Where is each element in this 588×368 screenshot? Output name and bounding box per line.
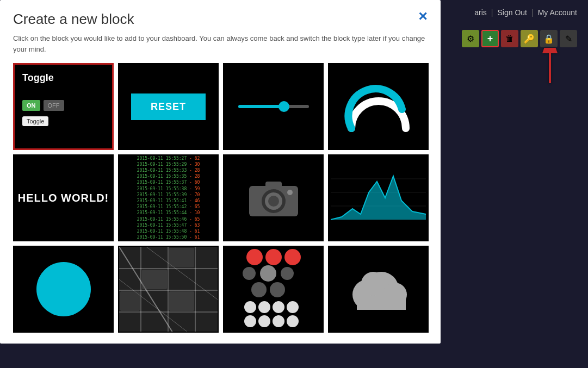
svg-point-48 xyxy=(361,272,385,296)
delete-button[interactable]: 🗑 xyxy=(501,30,518,47)
circle-content xyxy=(34,259,94,319)
svg-rect-25 xyxy=(169,291,194,311)
add-block-button[interactable]: + xyxy=(481,30,499,47)
key-icon: 🔑 xyxy=(524,34,535,44)
reset-content: RESET xyxy=(131,93,206,120)
svg-point-36 xyxy=(244,301,256,313)
log-line: 2015-09-11 15:55:50 - 61 xyxy=(137,234,200,240)
plus-icon: + xyxy=(487,33,493,45)
edit-button[interactable]: ✎ xyxy=(560,30,577,47)
svg-rect-24 xyxy=(142,270,167,289)
nav-sep1: | xyxy=(491,8,493,17)
nav-signout[interactable]: Sign Out xyxy=(498,8,527,17)
svg-rect-14 xyxy=(119,247,219,333)
block-slider[interactable] xyxy=(223,63,324,150)
svg-point-13 xyxy=(36,262,91,316)
log-line: 2015-09-11 15:55:38 - 59 xyxy=(137,186,200,192)
svg-point-43 xyxy=(287,315,299,327)
gauge-svg xyxy=(343,74,414,139)
block-gauge[interactable] xyxy=(328,63,429,150)
nav-user: aris xyxy=(474,8,487,17)
modal-header: Create a new block ✕ xyxy=(13,11,428,28)
block-log[interactable]: about:443 12:55:24 + 992015-09-11 15:55:… xyxy=(118,154,219,241)
svg-marker-12 xyxy=(331,176,426,220)
lock-icon: 🔒 xyxy=(543,34,554,44)
toggle-title: Toggle xyxy=(22,72,54,84)
svg-point-33 xyxy=(281,267,294,280)
chart-content xyxy=(328,155,429,240)
toggle-label-tag: Toggle xyxy=(22,116,48,126)
svg-point-30 xyxy=(284,249,301,265)
gear-button[interactable]: ⚙ xyxy=(462,30,479,47)
nav-sep2: | xyxy=(531,8,534,17)
svg-point-37 xyxy=(258,301,270,313)
toggle-content: Toggle ON OFF Toggle xyxy=(15,65,112,148)
cloud-content xyxy=(343,265,414,314)
log-line: 2015-09-11 15:55:27 - 62 xyxy=(137,155,200,161)
circle-svg xyxy=(34,259,94,319)
block-reset[interactable]: RESET xyxy=(118,63,219,150)
block-hello[interactable]: HELLO WORLD! xyxy=(13,154,114,241)
block-camera[interactable] xyxy=(223,154,324,241)
svg-rect-47 xyxy=(357,295,406,310)
block-circle[interactable] xyxy=(13,246,114,333)
log-line: 2015-09-11 15:55:35 - 28 xyxy=(137,173,200,179)
svg-point-35 xyxy=(270,282,285,297)
svg-point-29 xyxy=(265,249,282,265)
reset-btn-preview: RESET xyxy=(131,93,206,120)
svg-rect-3 xyxy=(265,182,282,189)
log-line: 2015-09-11 15:55:42 - 65 xyxy=(137,204,200,210)
slider-content xyxy=(230,105,318,108)
log-line: 2015-09-11 15:55:46 - 65 xyxy=(137,216,200,222)
toggle-off-indicator: OFF xyxy=(44,100,64,111)
modal-close-button[interactable]: ✕ xyxy=(418,11,428,23)
log-line: 2015-09-11 15:55:33 - 28 xyxy=(137,167,200,173)
modal-description: Click on the block you would like to add… xyxy=(13,33,428,54)
gauge-content xyxy=(343,74,414,139)
hello-text: HELLO WORLD! xyxy=(18,192,109,204)
log-line: 2015-09-11 15:55:44 - 10 xyxy=(137,210,200,216)
top-nav: aris | Sign Out | My Account xyxy=(474,0,588,24)
key-button[interactable]: 🔑 xyxy=(521,30,538,47)
block-toggle[interactable]: Toggle ON OFF Toggle xyxy=(13,63,114,150)
create-block-modal: Create a new block ✕ Click on the block … xyxy=(0,0,441,344)
log-line: 2015-09-11 15:55:41 - 46 xyxy=(137,198,200,204)
camera-svg xyxy=(246,176,301,220)
svg-point-42 xyxy=(273,315,284,327)
cloud-svg xyxy=(343,265,414,314)
nav-myaccount[interactable]: My Account xyxy=(538,8,577,17)
arrow-indicator xyxy=(539,48,561,88)
svg-point-6 xyxy=(268,196,279,207)
svg-point-39 xyxy=(287,301,299,313)
block-cloud[interactable] xyxy=(328,246,429,333)
log-line: 2015-09-11 15:55:52 - 37 xyxy=(137,240,200,241)
slider-track xyxy=(238,105,309,108)
svg-point-34 xyxy=(251,282,267,297)
log-content: about:443 12:55:24 + 992015-09-11 15:55:… xyxy=(134,154,203,241)
hello-content: HELLO WORLD! xyxy=(18,192,109,204)
block-remote[interactable] xyxy=(223,246,324,333)
svg-point-38 xyxy=(273,301,284,313)
svg-point-41 xyxy=(258,315,270,327)
log-line: 2015-09-11 15:55:39 - 70 xyxy=(137,192,200,198)
toggle-switch-row: ON OFF xyxy=(22,100,64,111)
modal-title: Create a new block xyxy=(13,11,134,28)
map-svg xyxy=(119,247,219,333)
chart-svg xyxy=(331,160,426,236)
svg-point-32 xyxy=(260,265,276,282)
block-map[interactable] xyxy=(118,246,219,333)
block-chart[interactable] xyxy=(328,154,429,241)
map-content xyxy=(119,247,218,332)
remote-svg xyxy=(238,247,309,332)
remote-content xyxy=(238,247,309,332)
blocks-grid: Toggle ON OFF Toggle RESET xyxy=(13,63,428,333)
gear-icon: ⚙ xyxy=(467,34,474,44)
log-line: 2015-09-11 15:55:29 - 30 xyxy=(137,161,200,167)
svg-rect-26 xyxy=(120,291,140,311)
svg-point-40 xyxy=(244,315,256,327)
lock-button[interactable]: 🔒 xyxy=(540,30,558,47)
svg-point-7 xyxy=(287,190,293,195)
svg-rect-27 xyxy=(169,248,194,267)
toolbar: ⚙ + 🗑 🔑 🔒 ✎ xyxy=(462,30,577,47)
log-line: 2015-09-11 15:55:47 - 63 xyxy=(137,222,200,228)
